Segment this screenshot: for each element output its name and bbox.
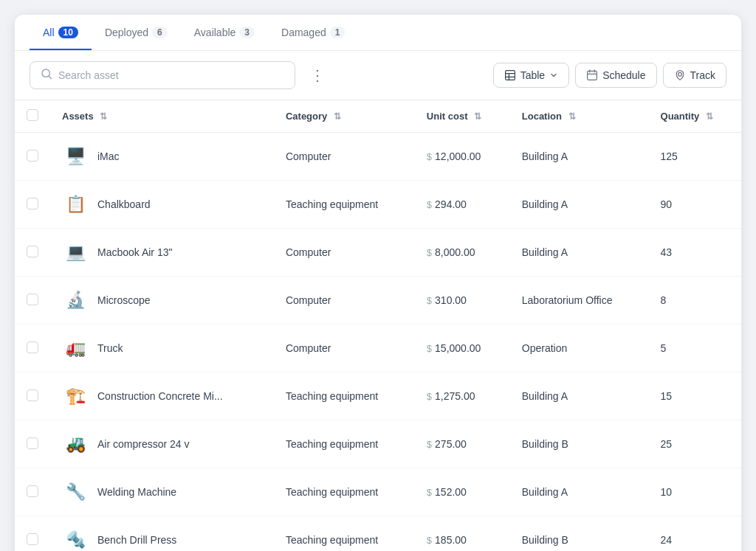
row-category: Teaching equipment xyxy=(274,181,415,229)
cost-value: 8,000.00 xyxy=(435,246,475,258)
toolbar-right: Table Schedule Track xyxy=(493,63,726,88)
location-icon xyxy=(674,69,686,81)
tab-damaged-label: Damaged xyxy=(281,27,326,38)
col-quantity[interactable]: Quantity ⇅ xyxy=(649,100,741,133)
cost-value: 1,275.00 xyxy=(435,390,475,402)
search-input[interactable] xyxy=(58,69,284,81)
row-checkbox-cell[interactable] xyxy=(15,277,50,325)
row-category: Teaching equipment xyxy=(274,516,415,552)
table-row: 🔩 Bench Drill Press Teaching equipment $… xyxy=(15,516,741,552)
row-checkbox-cell[interactable] xyxy=(15,133,50,181)
table-row: 🏗️ Construction Concrete Mi... Teaching … xyxy=(15,372,741,420)
col-category[interactable]: Category ⇅ xyxy=(274,100,415,133)
asset-icon: 🚜 xyxy=(62,431,89,457)
schedule-view-label: Schedule xyxy=(602,69,645,81)
asset-icon: 🔬 xyxy=(62,287,89,313)
row-asset-name: 🖥️ iMac xyxy=(50,133,274,181)
tab-all-label: All xyxy=(43,27,55,38)
tab-damaged-badge: 1 xyxy=(330,27,346,38)
asset-icon: 🖥️ xyxy=(62,143,89,170)
row-quantity: 43 xyxy=(649,229,741,277)
cost-value: 185.00 xyxy=(435,534,467,546)
tab-all[interactable]: All 10 xyxy=(30,15,92,50)
table-row: 💻 Macbook Air 13" Computer $ 8,000.00 Bu… xyxy=(15,229,741,277)
sort-assets-icon: ⇅ xyxy=(100,111,107,122)
asset-name-label: Construction Concrete Mi... xyxy=(97,390,223,402)
select-all-header[interactable] xyxy=(15,100,50,133)
tab-deployed[interactable]: Deployed 6 xyxy=(92,15,181,50)
tab-bar: All 10 Deployed 6 Available 3 Damaged 1 xyxy=(15,15,741,51)
row-checkbox[interactable] xyxy=(27,485,38,497)
row-unit-cost: $ 1,275.00 xyxy=(415,372,510,420)
row-category: Teaching equipment xyxy=(274,420,415,468)
table-view-button[interactable]: Table xyxy=(493,63,569,88)
schedule-view-button[interactable]: Schedule xyxy=(575,63,656,88)
col-location[interactable]: Location ⇅ xyxy=(510,100,649,133)
row-quantity: 24 xyxy=(649,516,741,552)
tab-damaged[interactable]: Damaged 1 xyxy=(268,15,358,50)
row-checkbox-cell[interactable] xyxy=(15,372,50,420)
row-unit-cost: $ 152.00 xyxy=(415,468,510,516)
tab-available-badge: 3 xyxy=(239,27,255,38)
svg-point-10 xyxy=(678,72,681,76)
row-location: Building A xyxy=(510,229,649,277)
row-unit-cost: $ 15,000.00 xyxy=(415,325,510,372)
row-checkbox[interactable] xyxy=(27,150,38,162)
row-checkbox-cell[interactable] xyxy=(15,468,50,516)
row-asset-name: 📋 Chalkboard xyxy=(50,181,274,229)
dollar-sign: $ xyxy=(427,439,432,450)
row-quantity: 10 xyxy=(649,468,741,516)
row-unit-cost: $ 310.00 xyxy=(415,277,510,325)
tab-deployed-badge: 6 xyxy=(152,27,168,38)
row-checkbox-cell[interactable] xyxy=(15,181,50,229)
row-category: Computer xyxy=(274,277,415,325)
asset-name-label: Macbook Air 13" xyxy=(97,246,172,258)
dollar-sign: $ xyxy=(427,535,432,546)
row-unit-cost: $ 275.00 xyxy=(415,420,510,468)
row-checkbox-cell[interactable] xyxy=(15,229,50,277)
row-unit-cost: $ 294.00 xyxy=(415,181,510,229)
more-options-button[interactable]: ⋮ xyxy=(304,63,331,87)
row-checkbox[interactable] xyxy=(27,198,38,209)
asset-icon: 🔩 xyxy=(62,527,89,551)
asset-name-label: Air compressor 24 v xyxy=(97,438,189,450)
tab-deployed-label: Deployed xyxy=(105,27,148,38)
row-quantity: 15 xyxy=(649,372,741,420)
row-checkbox-cell[interactable] xyxy=(15,325,50,372)
row-quantity: 5 xyxy=(649,325,741,372)
tab-available-label: Available xyxy=(194,27,236,38)
asset-table: Assets ⇅ Category ⇅ Unit cost ⇅ Location… xyxy=(15,100,741,551)
row-unit-cost: $ 185.00 xyxy=(415,516,510,552)
row-checkbox[interactable] xyxy=(27,437,38,449)
select-all-checkbox[interactable] xyxy=(27,109,38,121)
row-location: Building A xyxy=(510,181,649,229)
row-checkbox[interactable] xyxy=(27,294,38,305)
row-location: Building B xyxy=(510,420,649,468)
cost-value: 294.00 xyxy=(435,198,467,210)
row-checkbox-cell[interactable] xyxy=(15,516,50,552)
table-row: 🔧 Welding Machine Teaching equipment $ 1… xyxy=(15,468,741,516)
row-quantity: 8 xyxy=(649,277,741,325)
tab-available[interactable]: Available 3 xyxy=(181,15,268,50)
svg-line-1 xyxy=(49,76,51,78)
table-row: 🚜 Air compressor 24 v Teaching equipment… xyxy=(15,420,741,468)
track-view-button[interactable]: Track xyxy=(663,63,726,88)
row-checkbox[interactable] xyxy=(27,533,38,545)
sort-unit-cost-icon: ⇅ xyxy=(474,111,481,122)
asset-name-label: Truck xyxy=(97,342,123,354)
asset-name-label: Microscope xyxy=(97,294,151,306)
svg-rect-2 xyxy=(505,71,515,80)
row-checkbox[interactable] xyxy=(27,389,38,401)
asset-table-wrap: Assets ⇅ Category ⇅ Unit cost ⇅ Location… xyxy=(15,100,741,551)
col-unit-cost[interactable]: Unit cost ⇅ xyxy=(415,100,510,133)
row-checkbox-cell[interactable] xyxy=(15,420,50,468)
svg-rect-6 xyxy=(588,71,597,80)
col-assets[interactable]: Assets ⇅ xyxy=(50,100,274,133)
table-row: 🔬 Microscope Computer $ 310.00 Laborator… xyxy=(15,277,741,325)
row-checkbox[interactable] xyxy=(27,246,38,257)
search-box[interactable] xyxy=(30,61,295,89)
row-category: Teaching equipment xyxy=(274,468,415,516)
sort-location-icon: ⇅ xyxy=(568,111,576,122)
cost-value: 310.00 xyxy=(435,294,467,306)
row-checkbox[interactable] xyxy=(27,342,38,353)
